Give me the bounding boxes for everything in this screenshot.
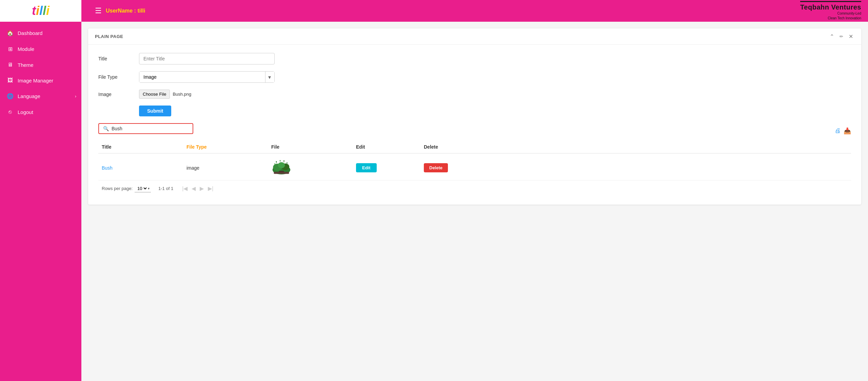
rows-per-page-label: Rows per page: — [102, 186, 133, 191]
delete-button[interactable]: Delete — [424, 163, 448, 172]
col-file-type: File Type — [183, 144, 268, 150]
title-label: Title — [98, 56, 132, 61]
content-area: PLAIN PAGE ⌃ ✏ ✕ Title File Type — [81, 22, 868, 381]
svg-point-3 — [278, 162, 285, 168]
pagination-row: Rows per page: 10 25 50 ▾ 1-1 of 1 |◀ — [98, 180, 851, 196]
search-icon: 🔍 — [103, 126, 109, 131]
chevron-right-icon: › — [75, 94, 76, 99]
table-row: Bush image — [98, 155, 851, 180]
logout-icon: ⎋ — [7, 109, 14, 115]
header-username: UserName : tilli — [106, 8, 145, 14]
svg-marker-6 — [283, 160, 284, 163]
sidebar-item-theme[interactable]: 🖥 Theme — [0, 57, 81, 73]
file-type-label: File Type — [98, 74, 132, 80]
svg-marker-5 — [280, 160, 281, 162]
col-delete: Delete — [420, 144, 488, 150]
sidebar-item-logout[interactable]: ⎋ Logout — [0, 104, 81, 120]
file-name-display: Bush.png — [173, 92, 191, 97]
search-input[interactable] — [112, 126, 189, 131]
first-page-button[interactable]: |◀ — [181, 185, 189, 192]
row-delete-cell: Delete — [420, 163, 488, 172]
svg-rect-10 — [279, 171, 284, 173]
file-input-wrapper: Choose File Bush.png — [139, 90, 191, 99]
col-edit: Edit — [353, 144, 420, 150]
plain-page-card: PLAIN PAGE ⌃ ✏ ✕ Title File Type — [88, 28, 861, 205]
col-file: File — [268, 144, 353, 150]
row-edit-cell: Edit — [353, 163, 420, 172]
next-page-button[interactable]: ▶ — [198, 185, 205, 192]
sidebar-item-label: Logout — [18, 109, 33, 115]
search-box: 🔍 — [98, 123, 193, 134]
file-type-row: File Type Image Video Document ▾ — [98, 71, 851, 83]
image-icon: 🖼 — [7, 77, 14, 83]
brand-tagline: Community-Led Clean Tech Innovation — [800, 11, 861, 21]
rows-dropdown-arrow: ▾ — [148, 187, 150, 190]
rows-per-page-select[interactable]: 10 25 50 — [136, 186, 148, 191]
image-label: Image — [98, 92, 132, 97]
hamburger-icon[interactable]: ☰ — [95, 6, 102, 15]
sidebar-item-image-manager[interactable]: 🖼 Image Manager — [0, 73, 81, 88]
sidebar-item-module[interactable]: ⊞ Module — [0, 41, 81, 57]
language-icon: 🌐 — [7, 93, 14, 99]
image-row: Image Choose File Bush.png — [98, 90, 851, 99]
module-icon: ⊞ — [7, 46, 14, 52]
sidebar-item-label: Image Manager — [18, 78, 53, 83]
edit-button[interactable]: Edit — [356, 163, 377, 172]
table-header: Title File Type File Edit Delete — [98, 141, 851, 154]
sidebar: 🏠 Dashboard ⊞ Module 🖥 Theme 🖼 Image Man… — [0, 22, 81, 381]
row-title: Bush — [98, 165, 183, 171]
page-card-title: PLAIN PAGE — [95, 34, 123, 39]
sidebar-item-label: Language — [18, 93, 40, 99]
close-page-button[interactable]: ✕ — [847, 33, 854, 40]
print-icon[interactable]: 🖨 — [835, 127, 841, 135]
sidebar-item-label: Theme — [18, 62, 34, 68]
row-file — [268, 159, 353, 177]
table-section: Title File Type File Edit Delete Bush im… — [98, 141, 851, 180]
col-title: Title — [98, 144, 183, 150]
home-icon: 🏠 — [7, 30, 14, 36]
page-card-actions: ⌃ ✏ ✕ — [828, 33, 854, 40]
rows-per-page: Rows per page: 10 25 50 ▾ — [102, 185, 151, 192]
sidebar-item-label: Dashboard — [18, 30, 42, 36]
row-file-type: image — [183, 165, 268, 171]
bush-image — [271, 159, 292, 176]
theme-icon: 🖥 — [7, 62, 14, 68]
rows-select-wrapper: 10 25 50 ▾ — [135, 185, 151, 192]
title-row: Title — [98, 53, 851, 64]
sidebar-item-label: Module — [18, 46, 34, 52]
svg-marker-4 — [276, 161, 277, 164]
download-icon[interactable]: 📥 — [844, 127, 851, 135]
submit-button[interactable]: Submit — [139, 106, 171, 116]
sidebar-item-dashboard[interactable]: 🏠 Dashboard — [0, 25, 81, 41]
app-logo: tilli — [32, 4, 50, 18]
pagination-buttons: |◀ ◀ ▶ ▶| — [181, 185, 215, 192]
collapse-button[interactable]: ⌃ — [828, 33, 835, 40]
search-section: 🔍 — [98, 123, 851, 134]
prev-page-button[interactable]: ◀ — [190, 185, 197, 192]
page-info: 1-1 of 1 — [158, 186, 173, 191]
file-type-select[interactable]: Image Video Document — [139, 72, 274, 82]
sidebar-item-language[interactable]: 🌐 Language › — [0, 88, 81, 104]
brand-name: Teqbahn Ventures — [800, 1, 861, 11]
edit-page-button[interactable]: ✏ — [838, 33, 845, 40]
last-page-button[interactable]: ▶| — [206, 185, 215, 192]
file-type-select-wrapper: Image Video Document ▾ — [139, 71, 275, 83]
title-input[interactable] — [139, 53, 275, 64]
submit-row: Submit — [98, 106, 851, 123]
choose-file-button[interactable]: Choose File — [139, 90, 170, 99]
